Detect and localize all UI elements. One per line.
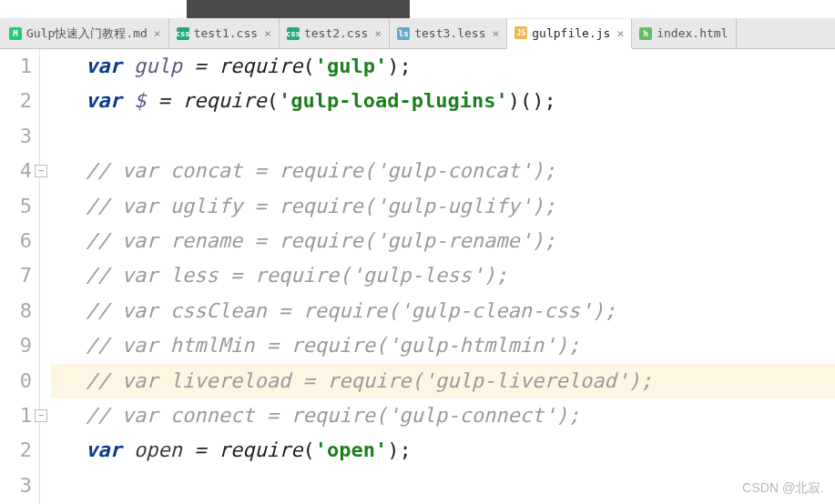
keyword: var xyxy=(86,89,122,112)
keyword: var xyxy=(86,55,122,77)
fold-icon[interactable]: − xyxy=(35,165,47,177)
js-icon: JS xyxy=(514,26,527,39)
tab-gulpfile-js[interactable]: JS gulpfile.js × xyxy=(507,19,632,49)
equals: = xyxy=(182,438,219,461)
title-bar-fragment xyxy=(187,0,410,18)
line-number: 4 xyxy=(0,154,32,188)
fn-call: require xyxy=(182,89,267,112)
paren: ( xyxy=(267,89,279,112)
line-number: 8 xyxy=(0,294,32,328)
tab-label: gulpfile.js xyxy=(532,26,610,40)
code-line-8[interactable]: // var cssClean = require('gulp-clean-cs… xyxy=(51,294,835,328)
tab-label: test2.css xyxy=(304,26,368,40)
keyword: var xyxy=(86,438,122,461)
semicolon: ; xyxy=(399,55,411,77)
code-area[interactable]: var gulp = require('gulp'); var $ = requ… xyxy=(40,49,835,504)
comment: // var cssClean = require('gulp-clean-cs… xyxy=(86,299,616,322)
less-icon: ls xyxy=(397,27,410,40)
gutter: 1 2 3 4 5 6 7 8 9 0 1 2 3 xyxy=(0,49,40,504)
tab-label: test1.css xyxy=(194,26,258,40)
line-number: 1 xyxy=(0,398,32,433)
tab-label: Gulp快速入门教程.md xyxy=(26,25,148,42)
code-line-13[interactable] xyxy=(51,469,835,503)
markdown-icon: M xyxy=(9,27,22,40)
tab-test2-css[interactable]: css test2.css × xyxy=(280,18,390,48)
string: 'gulp' xyxy=(315,55,387,77)
tab-test3-less[interactable]: ls test3.less × xyxy=(390,18,507,48)
paren: ( xyxy=(302,55,314,77)
code-line-10[interactable]: // var livereload = require('gulp-livere… xyxy=(51,364,835,398)
code-line-7[interactable]: // var less = require('gulp-less'); xyxy=(51,258,835,293)
comment: // var connect = require('gulp-connect')… xyxy=(86,404,580,427)
string: 'gulp-load-plugins' xyxy=(279,89,508,112)
tab-bar: M Gulp快速入门教程.md × css test1.css × css te… xyxy=(0,18,835,49)
comment: // var rename = require('gulp-rename'); xyxy=(86,229,556,252)
semicolon: ; xyxy=(399,438,411,461)
line-number: 5 xyxy=(0,189,32,224)
line-number: 3 xyxy=(0,119,32,154)
code-line-11[interactable]: −// var connect = require('gulp-connect'… xyxy=(51,398,835,433)
tab-gulp-tutorial[interactable]: M Gulp快速入门教程.md × xyxy=(2,18,169,48)
close-icon[interactable]: × xyxy=(154,26,161,40)
comment: // var concat = require('gulp-concat'); xyxy=(86,159,556,182)
fn-call: require xyxy=(219,55,303,77)
tab-index-html[interactable]: h index.html xyxy=(632,18,736,48)
code-line-6[interactable]: // var rename = require('gulp-rename'); xyxy=(51,224,835,258)
identifier: $ xyxy=(134,89,146,112)
identifier: gulp xyxy=(134,55,182,77)
css-icon: css xyxy=(287,27,300,40)
string: 'open' xyxy=(315,438,387,461)
comment: // var livereload = require('gulp-livere… xyxy=(86,369,653,392)
identifier: open xyxy=(134,438,182,461)
code-line-4[interactable]: −// var concat = require('gulp-concat'); xyxy=(51,154,835,188)
paren: ) xyxy=(387,438,399,461)
equals: = xyxy=(146,89,182,112)
line-number: 2 xyxy=(0,84,32,118)
paren: ) xyxy=(387,55,399,77)
equals: = xyxy=(182,55,219,77)
line-number: 3 xyxy=(0,469,32,503)
comment: // var less = require('gulp-less'); xyxy=(86,264,508,287)
line-number: 7 xyxy=(0,258,32,293)
close-icon[interactable]: × xyxy=(492,26,499,40)
semicolon: ; xyxy=(544,89,555,112)
line-number: 2 xyxy=(0,433,32,468)
line-number: 1 xyxy=(0,49,32,84)
tab-test1-css[interactable]: css test1.css × xyxy=(169,18,280,48)
css-icon: css xyxy=(177,27,189,40)
code-line-9[interactable]: // var htmlMin = require('gulp-htmlmin')… xyxy=(51,328,835,363)
tab-label: test3.less xyxy=(414,26,485,40)
line-number: 0 xyxy=(0,364,32,398)
paren: ( xyxy=(302,438,314,461)
fold-icon[interactable]: − xyxy=(35,409,47,422)
line-number: 6 xyxy=(0,224,32,258)
code-line-5[interactable]: // var uglify = require('gulp-uglify'); xyxy=(51,189,835,224)
close-icon[interactable]: × xyxy=(374,26,382,40)
code-line-2[interactable]: var $ = require('gulp-load-plugins')(); xyxy=(51,84,835,118)
code-line-12[interactable]: var open = require('open'); xyxy=(51,433,835,468)
close-icon[interactable]: × xyxy=(616,26,624,40)
line-number: 9 xyxy=(0,328,32,363)
code-line-3[interactable] xyxy=(51,119,835,154)
comment: // var htmlMin = require('gulp-htmlmin')… xyxy=(86,334,580,357)
fn-call: require xyxy=(219,438,303,461)
tab-label: index.html xyxy=(657,26,728,40)
close-icon[interactable]: × xyxy=(264,26,271,40)
watermark: CSDN @北寂. xyxy=(742,480,824,497)
comment: // var uglify = require('gulp-uglify'); xyxy=(86,195,556,217)
html-icon: h xyxy=(639,27,652,40)
paren: )() xyxy=(508,89,545,112)
code-line-1[interactable]: var gulp = require('gulp'); xyxy=(51,49,835,84)
editor: 1 2 3 4 5 6 7 8 9 0 1 2 3 var gulp = req… xyxy=(0,49,835,504)
